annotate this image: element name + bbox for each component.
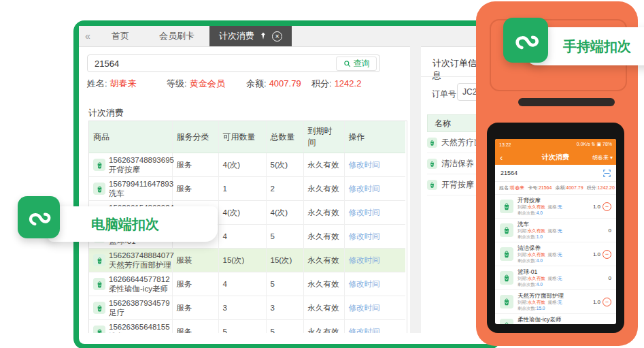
member-level-value: 黄金会员 (190, 78, 225, 89)
phone-nav-bar: 计次消费 胡春来 (495, 150, 616, 165)
service-bag-icon (500, 223, 513, 237)
product-bag-icon (93, 302, 105, 314)
modify-time-link[interactable]: 修改时间 (349, 208, 380, 217)
panel-divider (410, 46, 421, 333)
phone-item-qty: 1.0 (593, 202, 611, 211)
product-bag-icon (93, 159, 105, 171)
member-search-input[interactable] (93, 57, 320, 70)
modify-time-link[interactable]: 修改时间 (349, 256, 380, 264)
scan-icon[interactable] (603, 170, 611, 177)
phone-item-qty: 0 (609, 275, 611, 281)
modify-time-link[interactable]: 修改时间 (349, 328, 380, 334)
device-printer-slot (518, 98, 615, 106)
col-header-available: 可用数量 (218, 121, 266, 153)
cell-available: 4(次) (218, 201, 266, 225)
product-name: 天然芳疗面部护理 (109, 260, 174, 270)
cell-category: 服装 (172, 249, 218, 272)
cell-total: 2 (266, 177, 303, 201)
modify-time-link[interactable]: 修改时间 (349, 232, 380, 240)
product-name: 洗剪吹 (109, 332, 170, 333)
phone-search-bar: 21564 (495, 165, 616, 182)
table-row: 15626387934579 足疗 服务 3 3 永久有效 修改时间 (89, 296, 405, 320)
section-title-count-consume: 计次消费 (88, 107, 124, 119)
qty-value: 0 (609, 275, 611, 281)
modify-time-link[interactable]: 修改时间 (349, 161, 380, 169)
tab-count-consume[interactable]: 计次消费 (209, 26, 292, 46)
cell-expiry: 永久有效 (303, 249, 344, 272)
pin-icon[interactable] (259, 32, 267, 40)
phone-item-qty: 0 (609, 227, 611, 234)
cell-total: 5 (266, 225, 303, 249)
phone-item-name: 天然芳疗面部护理 (518, 292, 589, 299)
service-bag-icon (500, 319, 513, 324)
cell-expiry: 永久有效 (303, 225, 344, 249)
phone-time: 13:22 (499, 142, 511, 147)
phone-service-list: 开背按摩 到期:永久有效 规格:无 剩余次数:4.0 1.0 (495, 195, 616, 324)
product-number: 16266644577812 (109, 274, 170, 284)
modify-time-link[interactable]: 修改时间 (349, 280, 380, 288)
cell-total: 15(次) (266, 249, 303, 272)
phone-item-name: 洗车 (518, 221, 605, 227)
product-number: 15626365648155 (109, 322, 170, 332)
phone-status-bar: 13:22 0.0K/s78% (495, 139, 616, 150)
table-row: 16266644577812 柔性瑜伽-icy老师 服务 4 5 永久有效 修改… (89, 272, 405, 296)
query-button-label: 查询 (354, 58, 370, 69)
phone-signal-icons (590, 142, 603, 146)
phone-search-input[interactable]: 21564 (501, 170, 518, 176)
tab-home[interactable]: 首页 (97, 26, 144, 46)
app-logo-icon (18, 196, 60, 238)
order-item-bag-icon (427, 180, 437, 190)
cell-available: 5 (218, 320, 266, 334)
close-tab-icon[interactable] (272, 31, 282, 42)
cell-expiry: 永久有效 (303, 201, 344, 225)
cell-total: 3 (266, 296, 303, 320)
member-info-row: 姓名:胡春来 等级:黄金会员 余额:4007.79 积分:1242.2 (79, 78, 484, 89)
order-item-name: 开背按摩 (441, 179, 474, 191)
product-bag-icon (93, 183, 105, 195)
phone-item-name: 柔性瑜伽-icy老师 (518, 316, 605, 323)
cell-category: 服务 (172, 177, 218, 201)
member-points-label: 积分: (311, 78, 332, 89)
cell-total: 5 (266, 320, 303, 334)
col-header-action: 操作 (344, 121, 405, 153)
minus-button[interactable] (603, 250, 611, 259)
col-header-category: 服务分类 (172, 121, 218, 153)
phone-member-dropdown[interactable]: 胡春来 (592, 154, 613, 161)
phone-item-name: 清洁保养 (518, 244, 589, 251)
cell-total: 4(次) (266, 201, 303, 225)
minus-button[interactable] (603, 202, 611, 211)
modify-time-link[interactable]: 修改时间 (349, 185, 380, 193)
cell-available: 4 (218, 225, 266, 249)
phone-net-speed: 0.0K/s (577, 142, 590, 146)
qty-value: 1.0 (593, 299, 600, 305)
cell-category: 服务 (172, 153, 218, 177)
table-row: 15626365648155 洗剪吹 服务 5 5 永久有效 修改时间 (89, 320, 405, 334)
product-number: 156263748893695 (109, 155, 174, 165)
phone-service-item: 开背按摩 到期:永久有效 规格:无 剩余次数:4.0 1.0 (495, 195, 616, 219)
member-points-value: 1242.2 (335, 78, 362, 89)
member-balance-value: 4007.79 (269, 78, 301, 89)
product-bag-icon (93, 326, 105, 333)
modify-time-link[interactable]: 修改时间 (349, 304, 380, 312)
product-name: 开背按摩 (109, 165, 174, 174)
cell-total: 5 (266, 272, 303, 296)
product-name: 足疗 (109, 308, 170, 317)
tab-count-consume-label: 计次消费 (219, 30, 254, 42)
back-arrow-icon[interactable] (500, 153, 503, 163)
product-number: 156799411647893 (109, 179, 173, 189)
collapse-tabs-icon[interactable] (79, 26, 97, 46)
cell-available: 1 (218, 177, 266, 201)
product-name: 洗车 (109, 189, 173, 198)
panel-separator (421, 76, 484, 77)
cell-expiry: 永久有效 (303, 177, 344, 201)
query-button[interactable]: 查询 (336, 57, 377, 71)
tab-home-label: 首页 (112, 30, 129, 42)
phone-item-qty: 0 (609, 323, 611, 325)
search-icon (343, 60, 351, 67)
table-header-row: 商品 服务分类 可用数量 总数量 到期时间 操作 (89, 121, 405, 153)
app-logo-icon (503, 18, 548, 63)
minus-button[interactable] (603, 298, 611, 306)
cell-category: 服务 (172, 320, 218, 334)
order-number-label: 订单号 (432, 89, 456, 100)
tab-member-swipe[interactable]: 会员刷卡 (144, 26, 209, 46)
